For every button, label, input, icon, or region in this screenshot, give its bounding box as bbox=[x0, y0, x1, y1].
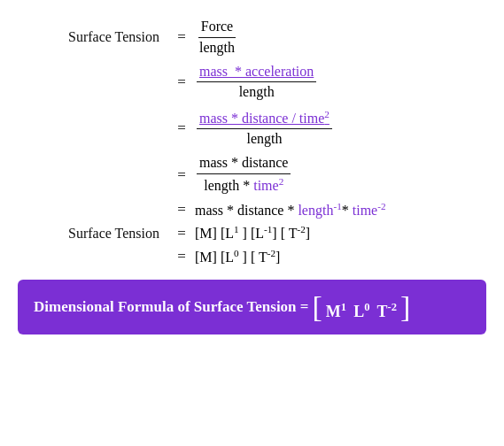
equation-row-2: = mass * acceleration length bbox=[18, 63, 486, 103]
equation-row-7: = [M] [L0 ] [ T-2] bbox=[18, 248, 486, 265]
rhs-3: mass * distance / time2 length bbox=[195, 107, 486, 149]
eq-sign-5: = bbox=[168, 201, 195, 219]
equation-row-4: = mass * distance length * time2 bbox=[18, 154, 486, 196]
inline-expr-5: mass * distance * length-1* time-2 bbox=[195, 201, 386, 219]
eq-sign-4: = bbox=[168, 166, 195, 184]
equation-row-1: Surface Tension = Force length bbox=[18, 18, 486, 58]
numerator-3: mass * distance / time2 bbox=[197, 107, 332, 129]
dim-formula-7: [M] [L0 ] [ T-2] bbox=[195, 248, 280, 265]
denominator-2: length bbox=[236, 82, 277, 102]
eq-sign-7: = bbox=[168, 248, 195, 265]
denominator-4: length * time2 bbox=[201, 174, 286, 196]
eq-sign-2: = bbox=[168, 73, 195, 91]
rhs-7: [M] [L0 ] [ T-2] bbox=[195, 248, 486, 265]
denominator-1: length bbox=[197, 38, 237, 58]
eq-sign-6: = bbox=[168, 225, 195, 242]
dim-T: T-2 bbox=[376, 301, 397, 321]
equation-row-3: = mass * distance / time2 length bbox=[18, 107, 486, 149]
dim-formula-6: [M] [L1 ] [L-1] [ T-2] bbox=[195, 224, 310, 242]
label-surface-tension-6: Surface Tension bbox=[18, 226, 168, 242]
rhs-1: Force length bbox=[195, 18, 486, 58]
numerator-1: Force bbox=[198, 18, 236, 38]
numerator-2: mass * acceleration bbox=[197, 63, 316, 83]
numerator-4: mass * distance bbox=[197, 154, 291, 174]
final-banner: Dimensional Formula of Surface Tension =… bbox=[18, 280, 486, 334]
fraction-2: mass * acceleration length bbox=[197, 63, 316, 103]
purple-time: time2 bbox=[253, 178, 283, 193]
fraction-4: mass * distance length * time2 bbox=[197, 154, 291, 196]
dim-L: L0 bbox=[353, 301, 369, 321]
eq-sign-1: = bbox=[168, 28, 195, 46]
denominator-3: length bbox=[244, 129, 284, 149]
rhs-2: mass * acceleration length bbox=[195, 63, 486, 103]
fraction-3: mass * distance / time2 length bbox=[197, 107, 332, 149]
bracket-left: [ bbox=[313, 292, 322, 322]
fraction-1: Force length bbox=[197, 18, 237, 58]
rhs-4: mass * distance length * time2 bbox=[195, 154, 486, 196]
rhs-6: [M] [L1 ] [L-1] [ T-2] bbox=[195, 224, 486, 242]
purple-text-2: mass * acceleration bbox=[199, 64, 314, 79]
equation-row-6: Surface Tension = [M] [L1 ] [L-1] [ T-2] bbox=[18, 224, 486, 242]
equation-row-5: = mass * distance * length-1* time-2 bbox=[18, 201, 486, 219]
dim-M: M1 bbox=[326, 301, 346, 321]
equations-container: Surface Tension = Force length = mass * … bbox=[18, 18, 486, 271]
bracket-right: ] bbox=[400, 292, 410, 322]
label-surface-tension-1: Surface Tension bbox=[18, 29, 168, 45]
purple-time-neg2: time-2 bbox=[353, 203, 386, 218]
banner-prefix: Dimensional Formula of Surface Tension = bbox=[34, 298, 309, 316]
eq-sign-3: = bbox=[168, 119, 195, 137]
rhs-5: mass * distance * length-1* time-2 bbox=[195, 201, 486, 219]
purple-length-neg1: length-1 bbox=[298, 203, 341, 218]
purple-text-3: mass * distance / time2 bbox=[199, 111, 330, 126]
banner-formula: [ M1 L0 T-2 ] bbox=[313, 292, 411, 322]
